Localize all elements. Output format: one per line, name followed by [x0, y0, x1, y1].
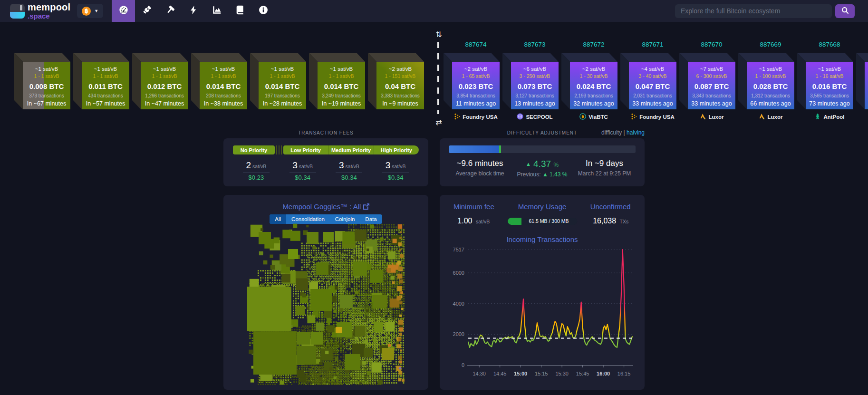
fee-unit: sat/vB [392, 164, 405, 169]
fee-usd: $0.34 [289, 172, 316, 181]
block-tx-count: 208 transactions [206, 93, 241, 98]
x-axis-tick-label: 14:30 [473, 371, 486, 376]
mining-pool-link[interactable]: Luxor [743, 113, 798, 120]
mempool-treemap[interactable] [247, 223, 405, 385]
goggles-tab-data[interactable]: Data [360, 214, 382, 224]
block-total-btc: 0.047 BTC [636, 82, 670, 90]
mined-blocks-row: 887674~2 sat/vB1 - 65 sat/vB0.023 BTC3,8… [444, 53, 868, 109]
fee-rate: 3 [339, 160, 344, 170]
cube-top-face [679, 53, 735, 62]
block-height-link[interactable]: 887673 [511, 41, 559, 48]
previous-value: ▲ 1.43 % [542, 171, 568, 178]
no-priority-pill[interactable]: No Priority [233, 145, 275, 154]
mined-block-cube [856, 53, 868, 109]
search-input[interactable] [675, 4, 832, 18]
mined-block[interactable]: 887671~4 sat/vB3 - 40 sat/vB0.047 BTC2,0… [620, 53, 676, 109]
mempool-pending-block[interactable]: ~1 sat/vB1 - 1 sat/vB0.011 BTC434 transa… [73, 53, 129, 109]
mempool-pending-block[interactable]: ~1 sat/vB1 - 1 sat/vB0.014 BTC197 transa… [250, 53, 306, 109]
cube-left-face [561, 53, 570, 109]
nav-lightning[interactable] [182, 0, 205, 22]
mempool-pending-block[interactable]: ~1 sat/vB1 - 1 sat/vB0.014 BTC208 transa… [191, 53, 247, 109]
nav-mining[interactable] [158, 0, 182, 22]
goggles-tab-all[interactable]: All [270, 214, 286, 224]
priority-pill[interactable]: Medium Priority [328, 145, 373, 154]
x-axis-tick-label: 15:00 [514, 371, 527, 376]
fee-rate-line: 3sat/vB [339, 160, 359, 171]
mined-block[interactable]: 887668~1 sat/vB1 - 16 sat/vB0.016 BTC3,5… [797, 53, 853, 109]
block-height-link[interactable]: 887672 [570, 41, 617, 48]
block-total-btc: 0.008 BTC [29, 82, 64, 90]
block-total-btc: 0.012 BTC [147, 82, 182, 90]
stats-headers: Minimum fee Memory Usage Unconfirmed [440, 202, 645, 211]
mined-block[interactable]: 887674~2 sat/vB1 - 65 sat/vB0.023 BTC3,8… [444, 53, 500, 109]
nav-dashboard[interactable] [112, 0, 135, 22]
block-height-link[interactable]: 887670 [688, 41, 735, 48]
currency-selector[interactable]: ฿ ▼ [77, 4, 103, 18]
mining-pool-link[interactable]: Luxor [684, 113, 739, 120]
block-height-link[interactable]: 887668 [806, 41, 853, 48]
fee-values-row: 2sat/vB$0.233sat/vB$0.343sat/vB$0.343sat… [233, 160, 419, 181]
mined-block-cube: ~2 sat/vB1 - 30 sat/vB0.024 BTC2,193 tra… [561, 53, 617, 109]
mining-pool-link[interactable]: Foundry USA [625, 113, 680, 121]
mempool-pending-block[interactable]: ~1 sat/vB1 - 1 sat/vB0.014 BTC3,249 tran… [309, 53, 365, 109]
nav-chart[interactable] [205, 0, 228, 22]
block-height-link[interactable]: 887671 [629, 41, 676, 48]
memory-usage-link[interactable]: Memory Usage [508, 202, 577, 211]
pending-block-cube: ~1 sat/vB1 - 1 sat/vB0.008 BTC373 transa… [14, 53, 70, 109]
halving-link[interactable]: halving [627, 129, 645, 136]
mempool-pending-block[interactable]: ~1 sat/vB1 - 1 sat/vB0.012 BTC1,266 tran… [132, 53, 188, 109]
minimum-fee-link[interactable]: Minimum fee [440, 202, 508, 211]
block-height-link[interactable]: 887669 [747, 41, 794, 48]
block-height-link[interactable]: 887674 [452, 41, 500, 48]
difficulty-link[interactable]: difficulty [601, 129, 622, 136]
block-total-btc: 0.028 BTC [753, 82, 788, 90]
swap-direction-icon[interactable]: ⇄ [432, 118, 446, 127]
avg-block-time-stat: ~9.6 minutes Average block time [449, 159, 511, 178]
mining-pool-link[interactable]: SECPOOL [507, 113, 562, 121]
pending-block-cube: ~1 sat/vB1 - 1 sat/vB0.014 BTC3,249 tran… [309, 53, 365, 109]
cube-top-face [132, 53, 188, 62]
goggles-tab-coinjoin[interactable]: Coinjoin [330, 214, 360, 224]
block-median-fee: ~1 sat/vB [818, 66, 841, 72]
cube-front-face: ~1 sat/vB1 - 1 sat/vB0.011 BTC434 transa… [82, 62, 129, 109]
search-button[interactable] [835, 4, 855, 18]
mined-block-cube: ~4 sat/vB3 - 40 sat/vB0.047 BTC2,031 tra… [620, 53, 676, 109]
mining-pool-link[interactable]: ฿ViaBTC [566, 113, 621, 121]
mined-block[interactable] [856, 53, 868, 109]
block-mined-time: 33 minutes ago [691, 100, 732, 107]
mining-pool-link[interactable]: Foundry USA [448, 113, 503, 121]
docs-icon [235, 5, 245, 17]
mined-block[interactable]: 887673~6 sat/vB3 - 250 sat/vB0.073 BTC3,… [502, 53, 559, 109]
mined-block[interactable]: 887672~2 sat/vB1 - 30 sat/vB0.024 BTC2,1… [561, 53, 617, 109]
block-eta: In ~57 minutes [86, 100, 125, 107]
nav-about[interactable] [251, 0, 275, 22]
mempool-pending-block[interactable]: ~1 sat/vB1 - 1 sat/vB0.008 BTC373 transa… [14, 53, 70, 109]
nav-rocket[interactable] [135, 0, 158, 22]
unconfirmed-link[interactable]: Unconfirmed [576, 202, 645, 211]
nav-docs[interactable] [228, 0, 251, 22]
mined-block[interactable]: 887669~1 sat/vB1 - 100 sat/vB0.028 BTC1,… [738, 53, 794, 109]
scroll-up-down-icon[interactable]: ⇅ [432, 30, 446, 39]
goggles-title[interactable]: Mempool Goggles™ : All [223, 202, 428, 211]
block-fee-range: 1 - 1 sat/vB [34, 73, 59, 79]
cube-top-face [14, 53, 70, 62]
memory-pill: 61.5 MB / 300 MB [508, 218, 577, 225]
block-fee-range: 1 - 100 sat/vB [755, 73, 786, 79]
cube-front-face: ~1 sat/vB1 - 1 sat/vB0.008 BTC373 transa… [23, 62, 70, 109]
mining-pool-link[interactable]: AntPool [802, 113, 857, 121]
fee-usd: $0.34 [336, 172, 362, 181]
cube-front-face: ~4 sat/vB3 - 40 sat/vB0.047 BTC2,031 tra… [629, 62, 676, 109]
pending-block-cube: ~1 sat/vB1 - 1 sat/vB0.014 BTC197 transa… [250, 53, 306, 109]
block-total-btc: 0.087 BTC [694, 82, 729, 90]
mempool-logo-icon[interactable] [10, 4, 25, 19]
priority-pill[interactable]: Low Priority [283, 145, 328, 154]
goggles-tab-consolidation[interactable]: Consolidation [286, 214, 330, 224]
priority-pill[interactable]: High Priority [374, 145, 419, 154]
pending-blocks-row: ~1 sat/vB1 - 1 sat/vB0.008 BTC373 transa… [14, 53, 424, 109]
pill-separator [275, 145, 283, 154]
cube-left-face [502, 53, 511, 109]
brand[interactable]: mempool .space [28, 2, 70, 19]
mempool-pending-block[interactable]: ~2 sat/vB1 - 151 sat/vB0.04 BTC3,383 tra… [368, 53, 424, 109]
mined-block[interactable]: 887670~7 sat/vB6 - 300 sat/vB0.087 BTC3,… [679, 53, 735, 109]
incoming-transactions-title: Incoming Transactions [440, 235, 645, 243]
